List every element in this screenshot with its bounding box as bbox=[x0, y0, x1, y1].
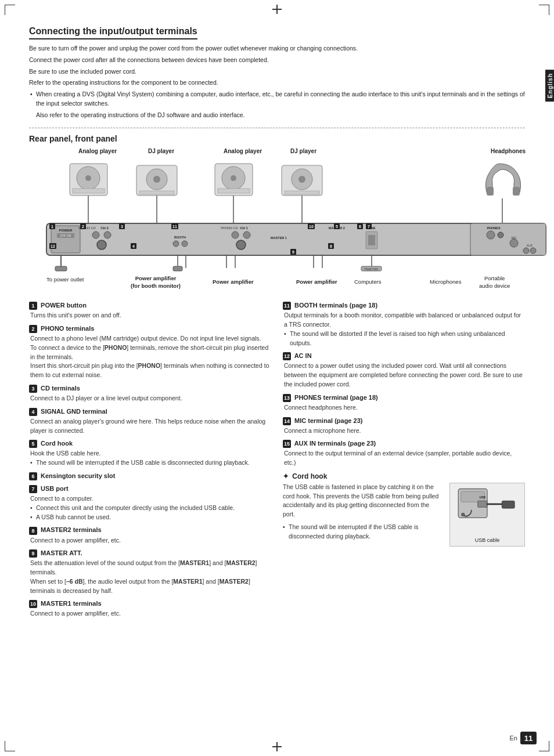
cross-mark-bottom bbox=[272, 742, 282, 751]
cross-mark-top bbox=[272, 5, 282, 14]
svg-text:5: 5 bbox=[336, 225, 338, 229]
svg-rect-86 bbox=[55, 266, 67, 271]
svg-rect-17 bbox=[513, 187, 520, 196]
svg-text:CH 1: CH 1 bbox=[240, 226, 248, 230]
device-dj1 bbox=[136, 165, 177, 196]
intro-line2: Connect the power cord after all the con… bbox=[29, 56, 525, 65]
device-label-analog2: Analog player bbox=[224, 148, 262, 154]
device-labels-row: Analog player DJ player Analog player DJ… bbox=[29, 148, 525, 160]
svg-point-32 bbox=[97, 240, 106, 249]
svg-text:PHONES: PHONES bbox=[487, 226, 501, 230]
svg-rect-3 bbox=[73, 189, 105, 193]
svg-point-103 bbox=[462, 513, 465, 516]
desc-phones-body: Connect headphones here. bbox=[283, 403, 525, 413]
svg-text:BOOTH: BOOTH bbox=[174, 236, 186, 239]
language-tab: English bbox=[545, 70, 554, 102]
svg-text:10: 10 bbox=[309, 225, 314, 229]
desc-phono-body: Connect to a phono level (MM cartridge) … bbox=[29, 334, 271, 380]
svg-text:TRAKTOR: TRAKTOR bbox=[364, 267, 378, 271]
cord-hook-content: The USB cable is fastened in place by ca… bbox=[283, 483, 525, 547]
svg-point-36 bbox=[243, 231, 250, 238]
svg-point-6 bbox=[153, 176, 160, 183]
svg-text:8: 8 bbox=[330, 244, 332, 248]
svg-rect-16 bbox=[487, 187, 494, 196]
page-number: 11 bbox=[520, 732, 537, 744]
rear-panel-title: Rear panel, front panel bbox=[29, 134, 525, 143]
desc-usb-body: Connect to a computer. Connect this unit… bbox=[29, 494, 271, 522]
svg-point-2 bbox=[85, 175, 91, 181]
svg-text:12: 12 bbox=[51, 244, 55, 248]
desc-col-right: 11 BOOTH terminals (page 18) Output term… bbox=[283, 302, 525, 623]
panel-diagram: POWER OFF ON CH 2 PHONO CD CH 1 PHONO CD bbox=[29, 161, 525, 275]
device-analog1 bbox=[70, 164, 107, 196]
svg-point-31 bbox=[104, 231, 111, 238]
page-en-label: En bbox=[510, 735, 517, 741]
svg-point-79 bbox=[498, 232, 503, 238]
svg-text:OFF ON: OFF ON bbox=[60, 234, 71, 237]
svg-rect-102 bbox=[502, 501, 515, 508]
corner-mark-br bbox=[539, 741, 549, 751]
svg-text:3: 3 bbox=[121, 225, 123, 229]
intro-bullet2: Also refer to the operating instructions… bbox=[29, 111, 525, 120]
desc-col-left: 1 POWER button Turns this unit's power o… bbox=[29, 302, 271, 623]
bottom-labels-row: To power outlet Power amplifier(for boot… bbox=[29, 275, 552, 296]
desc-booth-title: 11 BOOTH terminals (page 18) bbox=[283, 302, 525, 310]
device-analog2 bbox=[215, 164, 253, 196]
desc-aux-title: 15 AUX IN terminals (page 23) bbox=[283, 440, 525, 448]
svg-text:9: 9 bbox=[292, 250, 294, 254]
device-label-headphones: Headphones bbox=[491, 148, 526, 154]
desc-cord-hook-title: 5 Cord hook bbox=[29, 440, 271, 448]
svg-point-81 bbox=[510, 239, 518, 247]
svg-text:2: 2 bbox=[82, 225, 84, 229]
device-headphones bbox=[485, 164, 520, 196]
desc-aux: 15 AUX IN terminals (page 23) Connect to… bbox=[283, 440, 525, 468]
svg-text:1: 1 bbox=[51, 225, 53, 229]
desc-mic: 14 MIC terminal (page 23) Connect a micr… bbox=[283, 417, 525, 436]
cord-hook-section: ✦ Cord hook The USB cable is fastened in… bbox=[283, 472, 525, 547]
label-master1-amp: Power amplifier bbox=[213, 278, 254, 285]
svg-rect-99 bbox=[478, 501, 487, 507]
panel-svg: POWER OFF ON CH 2 PHONO CD CH 1 PHONO CD bbox=[29, 161, 552, 274]
svg-text:4: 4 bbox=[132, 244, 135, 248]
svg-rect-15 bbox=[285, 191, 319, 194]
cord-hook-text: The USB cable is fastened in place by ca… bbox=[283, 483, 440, 547]
svg-point-37 bbox=[236, 240, 246, 249]
device-dj2 bbox=[282, 165, 322, 196]
desc-master-att: 9 MASTER ATT. Sets the attenuation level… bbox=[29, 549, 271, 595]
desc-cd-body: Connect to a DJ player or a line level o… bbox=[29, 394, 271, 403]
desc-cord-hook: 5 Cord hook Hook the USB cable here. The… bbox=[29, 440, 271, 468]
label-booth-amp: Power amplifier(for booth monitor) bbox=[131, 275, 181, 290]
desc-cd-title: 3 CD terminals bbox=[29, 385, 271, 393]
page-number-area: En 11 bbox=[510, 732, 537, 744]
desc-usb-title: 7 USB port bbox=[29, 485, 271, 493]
desc-master1-body: Connect to a power amplifier, etc. bbox=[29, 609, 271, 618]
section-divider bbox=[29, 128, 525, 128]
desc-kensington-title: 6 Kensington security slot bbox=[29, 472, 271, 480]
desc-signal-gnd: 4 SIGNAL GND terminal Connect an analog … bbox=[29, 408, 271, 436]
usb-svg: USB bbox=[452, 486, 522, 536]
intro-bullet1: When creating a DVS (Digital Vinyl Syste… bbox=[29, 90, 525, 108]
desc-booth: 11 BOOTH terminals (page 18) Output term… bbox=[283, 302, 525, 348]
desc-aux-body: Connect to the output terminal of an ext… bbox=[283, 449, 525, 468]
desc-cord-hook-body: Hook the USB cable here. The sound will … bbox=[29, 449, 271, 468]
svg-point-45 bbox=[182, 241, 188, 247]
desc-gnd-body: Connect an analog player's ground wire h… bbox=[29, 417, 271, 436]
desc-ac-title: 12 AC IN bbox=[283, 352, 525, 360]
desc-power-body: Turns this unit's power on and off. bbox=[29, 311, 271, 320]
label-computers: Computers bbox=[354, 278, 381, 285]
desc-master2-body: Connect to a power amplifier, etc. bbox=[29, 536, 271, 545]
corner-mark-tr bbox=[539, 5, 549, 15]
svg-rect-42 bbox=[368, 235, 375, 245]
svg-rect-88 bbox=[173, 266, 182, 271]
label-microphones: Microphones bbox=[430, 278, 461, 285]
svg-text:11: 11 bbox=[172, 225, 177, 229]
svg-point-83 bbox=[523, 248, 529, 254]
desc-kensington: 6 Kensington security slot bbox=[29, 472, 271, 480]
corner-mark-bl bbox=[5, 741, 15, 751]
svg-point-35 bbox=[232, 231, 239, 238]
usb-cable-label: USB cable bbox=[475, 537, 500, 543]
svg-point-84 bbox=[530, 248, 536, 254]
svg-text:CH 2: CH 2 bbox=[100, 226, 109, 230]
svg-point-10 bbox=[231, 175, 236, 181]
intro-line3: Be sure to use the included power cord. bbox=[29, 67, 525, 77]
